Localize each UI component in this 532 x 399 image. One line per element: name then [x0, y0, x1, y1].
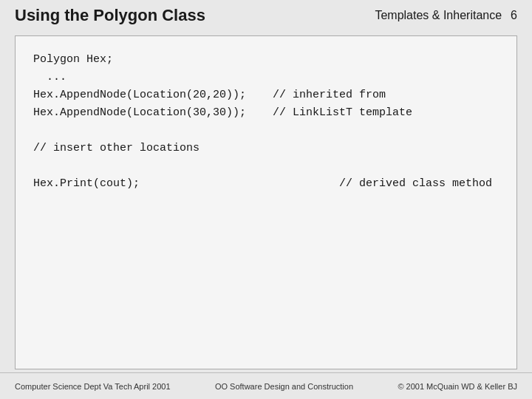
slide-header: Using the Polygon Class Templates & Inhe…	[0, 0, 532, 30]
code-line-4-text: Hex.AppendNode(Location(30,30));	[33, 106, 246, 119]
code-line-7	[33, 160, 40, 172]
code-line-2: ...	[33, 71, 66, 83]
slide: Using the Polygon Class Templates & Inhe…	[0, 0, 532, 399]
slide-footer: Computer Science Dept Va Tech April 2001…	[0, 372, 532, 399]
code-line-3-text: Hex.AppendNode(Location(20,20));	[33, 89, 246, 101]
footer-left: Computer Science Dept Va Tech April 2001	[15, 382, 171, 391]
code-line-8-text: Hex.Print(cout);	[33, 177, 140, 190]
code-line-3-comment: // inherited from	[273, 89, 386, 101]
code-line-8: Hex.Print(cout); // derived class method	[33, 177, 492, 190]
code-line-5	[33, 124, 40, 137]
code-block: Polygon Hex; ... Hex.AppendNode(Location…	[33, 51, 499, 193]
header-right: Templates & Inheritance 6	[375, 9, 517, 22]
slide-number: 6	[511, 9, 517, 22]
code-line-1: Polygon Hex;	[33, 53, 113, 66]
slide-title: Using the Polygon Class	[15, 6, 205, 25]
content-area: Polygon Hex; ... Hex.AppendNode(Location…	[15, 35, 517, 369]
code-line-4-comment: // LinkListT template	[273, 106, 412, 119]
code-line-6: // insert other locations	[33, 142, 200, 154]
footer-center: OO Software Design and Construction	[215, 382, 353, 391]
footer-right: © 2001 McQuain WD & Keller BJ	[398, 382, 517, 391]
code-line-8-comment: // derived class method	[339, 177, 492, 190]
slide-topic: Templates & Inheritance	[375, 9, 502, 22]
code-line-4: Hex.AppendNode(Location(30,30)); // Link…	[33, 106, 412, 119]
code-line-3: Hex.AppendNode(Location(20,20)); // inhe…	[33, 89, 386, 101]
